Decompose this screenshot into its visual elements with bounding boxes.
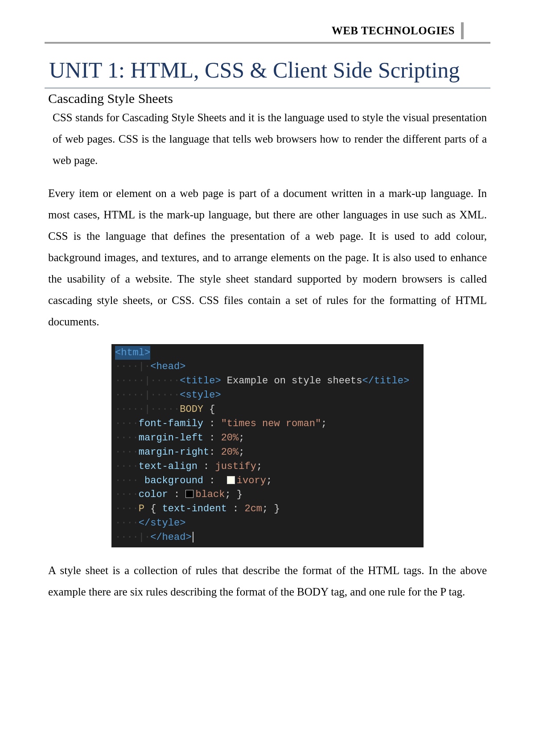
code-indent: ·····|····· bbox=[115, 390, 180, 401]
code-indent: ···· bbox=[115, 489, 139, 500]
code-token: : bbox=[198, 461, 215, 472]
color-swatch-icon bbox=[185, 490, 193, 498]
header-rule bbox=[45, 42, 490, 44]
code-token: <html> bbox=[115, 347, 150, 358]
code-indent: ····|· bbox=[115, 361, 150, 372]
code-token: "times new roman" bbox=[221, 418, 321, 429]
code-token: margin-left bbox=[139, 432, 203, 444]
code-token: ; bbox=[256, 461, 262, 472]
code-indent: ·····|····· bbox=[115, 375, 180, 386]
code-token: { bbox=[144, 503, 162, 514]
code-token: </style> bbox=[139, 518, 186, 529]
code-token: ; bbox=[239, 432, 244, 444]
code-indent: ···· bbox=[115, 418, 139, 429]
paragraph-2: Every item or element on a web page is p… bbox=[45, 183, 490, 333]
code-token: font-family bbox=[139, 418, 203, 429]
unit-title: UNIT 1: HTML, CSS & Client Side Scriptin… bbox=[45, 56, 490, 88]
code-token: </head> bbox=[150, 532, 191, 543]
code-indent: ···· bbox=[115, 475, 139, 486]
code-token: : bbox=[203, 418, 221, 429]
code-token: color bbox=[139, 489, 168, 500]
code-token: : bbox=[227, 503, 245, 514]
code-token: { bbox=[203, 404, 215, 415]
code-token: ivory bbox=[237, 475, 266, 486]
code-token: 2cm bbox=[244, 503, 262, 514]
code-token: ; bbox=[266, 475, 272, 486]
code-token: justify bbox=[215, 461, 256, 472]
code-token: </title> bbox=[362, 375, 410, 386]
code-indent: ···· bbox=[115, 503, 139, 514]
code-indent: ···· bbox=[115, 518, 139, 529]
code-indent: ···· bbox=[115, 461, 139, 472]
page-header: WEB TECHNOLOGIES bbox=[45, 22, 490, 39]
code-token: 20% bbox=[221, 432, 239, 444]
code-token: ; } bbox=[225, 489, 243, 500]
code-token: 20% bbox=[221, 447, 239, 458]
code-indent: ····|· bbox=[115, 532, 150, 543]
code-token: P bbox=[139, 503, 144, 514]
cursor-icon bbox=[193, 532, 193, 542]
code-token: ; } bbox=[262, 503, 280, 514]
course-title: WEB TECHNOLOGIES bbox=[332, 25, 455, 37]
code-token: Example on style sheets bbox=[221, 375, 362, 386]
code-token: black bbox=[195, 489, 225, 500]
paragraph-3: A style sheet is a collection of rules t… bbox=[45, 560, 490, 603]
code-token: background bbox=[139, 475, 203, 486]
code-indent: ·····|····· bbox=[115, 404, 180, 415]
code-token: BODY bbox=[180, 404, 203, 415]
code-indent: ···· bbox=[115, 432, 139, 444]
code-token: : bbox=[203, 432, 221, 444]
color-swatch-icon bbox=[227, 476, 235, 484]
code-token: : bbox=[168, 489, 186, 500]
code-token: text-indent bbox=[162, 503, 227, 514]
document-page: WEB TECHNOLOGIES UNIT 1: HTML, CSS & Cli… bbox=[0, 0, 535, 756]
code-token: text-align bbox=[139, 461, 198, 472]
code-example: <html> ····|·<head> ·····|·····<title> E… bbox=[111, 344, 424, 547]
code-token: margin-right bbox=[139, 447, 209, 458]
section-subtitle: Cascading Style Sheets bbox=[48, 91, 490, 106]
code-token: : bbox=[203, 475, 227, 486]
code-token: <style> bbox=[180, 390, 221, 401]
code-token: ; bbox=[239, 447, 244, 458]
code-token: <head> bbox=[150, 361, 185, 372]
paragraph-1: CSS stands for Cascading Style Sheets an… bbox=[45, 107, 490, 171]
code-token: <title> bbox=[180, 375, 221, 386]
header-divider-icon bbox=[461, 22, 464, 39]
code-indent: ···· bbox=[115, 447, 139, 458]
code-token: : bbox=[209, 447, 221, 458]
code-token: ; bbox=[321, 418, 327, 429]
